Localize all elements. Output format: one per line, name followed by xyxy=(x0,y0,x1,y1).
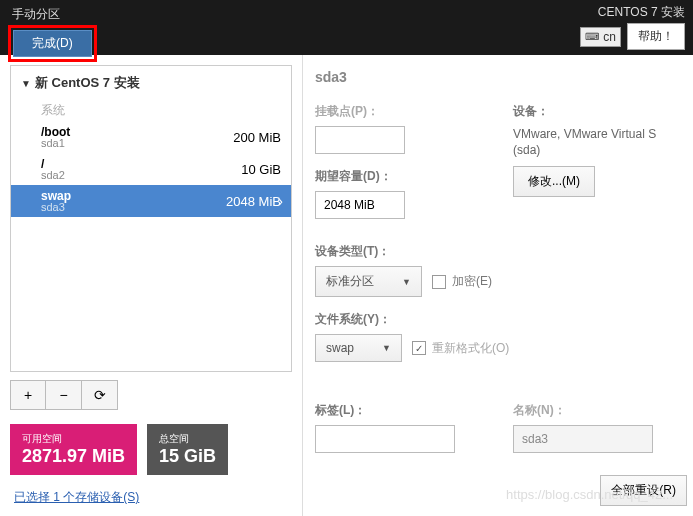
chevron-down-icon: ▼ xyxy=(402,277,411,287)
total-space-box: 总空间 15 GiB xyxy=(147,424,228,475)
keyboard-icon: ⌨ xyxy=(585,31,599,42)
mount-label: 挂载点(P)： xyxy=(315,103,483,120)
label-label: 标签(L)： xyxy=(315,402,483,419)
partition-detail-panel: sda3 挂载点(P)： 期望容量(D)： 设备： VMware, VMware… xyxy=(303,55,693,516)
name-label: 名称(N)： xyxy=(513,402,681,419)
capacity-label: 期望容量(D)： xyxy=(315,168,483,185)
lang-code: cn xyxy=(603,30,616,44)
modify-button[interactable]: 修改...(M) xyxy=(513,166,595,197)
partition-row-swap[interactable]: swap sda3 2048 MiB › xyxy=(11,185,291,217)
page-title: 手动分区 xyxy=(8,4,97,25)
mount-input[interactable] xyxy=(315,126,405,154)
install-title: CENTOS 7 安装 xyxy=(598,4,685,21)
reformat-checkbox[interactable]: ✓ xyxy=(412,341,426,355)
partition-row-root[interactable]: / sda2 10 GiB xyxy=(11,153,291,185)
storage-devices-link[interactable]: 已选择 1 个存储设备(S) xyxy=(10,489,292,506)
fs-select[interactable]: swap ▼ xyxy=(315,334,402,362)
reset-all-button[interactable]: 全部重设(R) xyxy=(600,475,687,506)
add-partition-button[interactable]: + xyxy=(10,380,46,410)
remove-partition-button[interactable]: − xyxy=(46,380,82,410)
device-text: VMware, VMware Virtual S (sda) xyxy=(513,126,681,158)
encrypt-label: 加密(E) xyxy=(452,273,492,290)
tree-root[interactable]: ▼ 新 CentOS 7 安装 xyxy=(11,66,291,100)
label-input[interactable] xyxy=(315,425,455,453)
name-input xyxy=(513,425,653,453)
encrypt-checkbox[interactable] xyxy=(432,275,446,289)
chevron-down-icon: ▼ xyxy=(382,343,391,353)
chevron-right-icon: › xyxy=(278,193,283,209)
available-space-box: 可用空间 2871.97 MiB xyxy=(10,424,137,475)
device-label: 设备： xyxy=(513,103,681,120)
done-button[interactable]: 完成(D) xyxy=(13,30,92,57)
devtype-select[interactable]: 标准分区 ▼ xyxy=(315,266,422,297)
partition-list-panel: ▼ 新 CentOS 7 安装 系统 /boot sda1 200 MiB / … xyxy=(0,55,303,516)
help-button[interactable]: 帮助！ xyxy=(627,23,685,50)
reload-button[interactable]: ⟳ xyxy=(82,380,118,410)
partition-row-boot[interactable]: /boot sda1 200 MiB xyxy=(11,121,291,153)
fs-label: 文件系统(Y)： xyxy=(315,311,681,328)
detail-title: sda3 xyxy=(315,69,681,85)
capacity-input[interactable] xyxy=(315,191,405,219)
system-group-label: 系统 xyxy=(11,100,291,121)
reformat-label: 重新格式化(O) xyxy=(432,340,509,357)
keyboard-layout-button[interactable]: ⌨ cn xyxy=(580,27,621,47)
caret-down-icon: ▼ xyxy=(21,78,31,89)
devtype-label: 设备类型(T)： xyxy=(315,243,681,260)
